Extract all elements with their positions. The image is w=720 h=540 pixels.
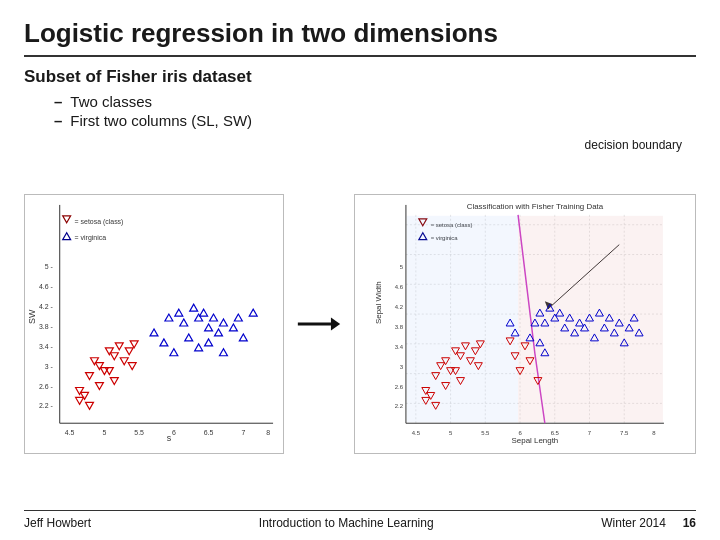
svg-rect-106 [518,215,663,421]
svg-marker-57 [170,348,178,355]
svg-marker-35 [120,357,128,364]
svg-marker-19 [63,215,71,222]
svg-marker-42 [165,314,173,321]
svg-text:3 -: 3 - [45,362,53,369]
footer-page: 16 [683,516,696,530]
svg-marker-41 [150,328,158,335]
svg-text:7: 7 [588,430,591,436]
svg-marker-59 [195,343,203,350]
svg-text:2.6: 2.6 [395,383,404,389]
svg-marker-21 [63,232,71,239]
svg-text:2.2: 2.2 [395,403,403,409]
svg-marker-34 [115,342,123,349]
svg-text:4.2: 4.2 [395,304,403,310]
svg-text:5 -: 5 - [45,263,53,270]
footer: Jeff Howbert Introduction to Machine Lea… [24,510,696,530]
svg-marker-44 [180,319,188,326]
svg-marker-47 [200,309,208,316]
svg-marker-49 [210,314,218,321]
svg-text:2.6 -: 2.6 - [39,382,53,389]
svg-marker-45 [190,304,198,311]
section-subtitle: Subset of Fisher iris dataset [24,67,696,87]
svg-text:7: 7 [241,429,245,436]
svg-text:2.2 -: 2.2 - [39,402,53,409]
svg-text:s: s [167,433,172,443]
svg-marker-43 [175,309,183,316]
svg-marker-25 [90,357,98,364]
footer-author: Jeff Howbert [24,516,91,530]
svg-marker-46 [195,314,203,321]
bullet-text-1: Two classes [70,93,152,110]
svg-marker-32 [105,347,113,354]
footer-term: Winter 2014 [601,516,666,530]
svg-marker-58 [185,333,193,340]
svg-text:5: 5 [449,430,453,436]
svg-text:5.5: 5.5 [481,430,490,436]
dash-icon-2: – [54,112,62,129]
svg-text:3.4: 3.4 [395,343,404,349]
svg-marker-48 [205,324,213,331]
footer-semester: Winter 2014 16 [601,516,696,530]
dash-icon: – [54,93,62,110]
svg-marker-50 [215,328,223,335]
svg-marker-55 [249,309,257,316]
page-title: Logistic regression in two dimensions [24,18,696,57]
right-chart: Classification with Fisher Training Data… [354,194,696,454]
svg-text:3.8 -: 3.8 - [39,322,53,329]
svg-marker-24 [86,372,94,379]
svg-text:6.5: 6.5 [551,430,560,436]
svg-marker-51 [219,319,227,326]
svg-text:6: 6 [172,429,176,436]
svg-marker-30 [86,402,94,409]
svg-marker-37 [128,362,136,369]
svg-marker-23 [76,387,84,394]
svg-text:5.5: 5.5 [134,429,144,436]
svg-text:4.5: 4.5 [412,430,421,436]
left-chart: SW s 2.2 - 2.6 - 3 - 3.4 - 3.8 - 4.2 - 4… [24,194,284,454]
svg-text:8: 8 [652,430,656,436]
svg-text:Classification with Fisher Tra: Classification with Fisher Training Data [467,201,604,210]
bullet-item-1: – Two classes [54,93,696,110]
content-area: SW s 2.2 - 2.6 - 3 - 3.4 - 3.8 - 4.2 - 4… [24,143,696,504]
svg-marker-36 [125,347,133,354]
svg-text:3: 3 [400,363,404,369]
svg-text:7.5: 7.5 [620,430,629,436]
svg-marker-54 [239,333,247,340]
svg-text:= setosa (class): = setosa (class) [75,217,124,225]
svg-text:6.5: 6.5 [204,429,214,436]
svg-text:Sepal Width: Sepal Width [374,281,383,324]
svg-text:8: 8 [266,429,270,436]
svg-marker-31 [95,382,103,389]
svg-text:SW: SW [27,309,37,324]
svg-marker-28 [76,397,84,404]
svg-marker-53 [234,314,242,321]
svg-text:4.5: 4.5 [65,429,75,436]
svg-text:5: 5 [400,264,404,270]
svg-marker-60 [205,338,213,345]
bullet-list: – Two classes – First two columns (SL, S… [54,93,696,131]
svg-marker-38 [130,340,138,347]
svg-text:3.8: 3.8 [395,323,404,329]
bullet-text-2: First two columns (SL, SW) [70,112,252,129]
arrow-indicator [294,309,344,339]
svg-marker-40 [110,377,118,384]
bullet-item-2: – First two columns (SL, SW) [54,112,696,129]
svg-marker-63 [331,317,340,330]
svg-marker-33 [110,352,118,359]
footer-course: Introduction to Machine Learning [259,516,434,530]
svg-text:4.2 -: 4.2 - [39,303,53,310]
svg-marker-52 [229,324,237,331]
svg-marker-29 [81,392,89,399]
svg-text:4.6 -: 4.6 - [39,283,53,290]
svg-text:5: 5 [102,429,106,436]
svg-marker-61 [219,348,227,355]
svg-text:= virginica: = virginica [75,233,107,241]
svg-text:3.4 -: 3.4 - [39,342,53,349]
svg-marker-56 [160,338,168,345]
svg-text:Sepal Length: Sepal Length [512,436,559,445]
svg-text:4.6: 4.6 [395,284,404,290]
svg-marker-26 [95,362,103,369]
